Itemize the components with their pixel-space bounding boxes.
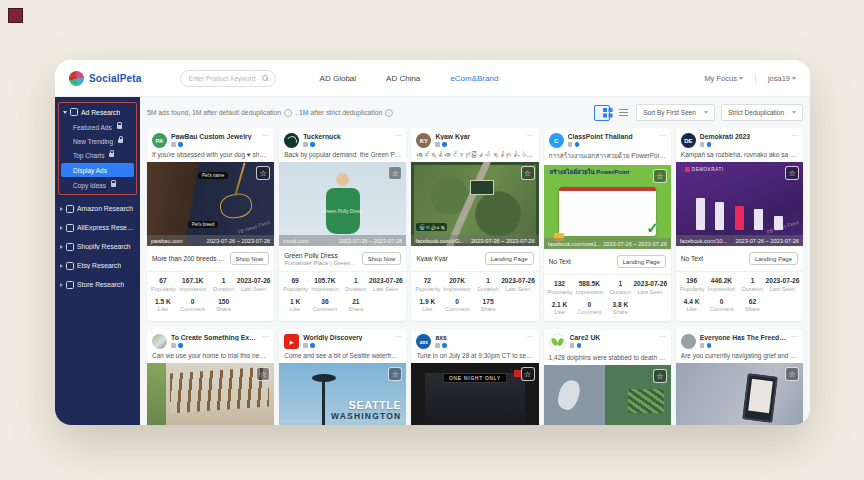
ad-card[interactable]: DE Demokrati 2023 Kampaň sa rozbieha, ro… [676, 128, 803, 321]
ad-card[interactable]: ▶ Worldly Discovery Come and see a bit o… [279, 329, 406, 425]
sidebar-item-shopify-research[interactable]: Shopify Research [55, 237, 140, 256]
favorite-star-icon[interactable] [521, 166, 535, 180]
ad-text: Back by popular demand: the Green Polly … [279, 150, 406, 162]
platform-icon [435, 142, 440, 147]
ad-card[interactable]: Care2 UK 1,428 dolphins were stabbed to … [544, 329, 671, 425]
cta-button[interactable]: Shop Now [230, 252, 270, 265]
ad-image[interactable] [147, 363, 274, 425]
sidebar-item-store-research[interactable]: Store Research [55, 275, 140, 294]
favorite-star-icon[interactable] [653, 169, 667, 183]
my-focus-menu[interactable]: My Focus [704, 74, 743, 83]
more-menu-icon[interactable] [659, 133, 666, 138]
ad-card[interactable]: Tuckernuck Back by popular demand: the G… [279, 128, 406, 321]
more-menu-icon[interactable] [394, 133, 401, 138]
nav-ad-china[interactable]: AD China [386, 74, 420, 83]
nav-ad-global[interactable]: AD Global [320, 74, 356, 83]
sidebar-item-aliexpress-research[interactable]: AliExpress Research [55, 218, 140, 237]
ad-image[interactable] [544, 365, 671, 425]
search-input[interactable] [187, 74, 258, 83]
stats-row-primary: 69Popularity 105.7KImpression 1Duration … [279, 272, 406, 295]
ad-text: If you're obsessed with your dog ♥ show … [147, 150, 274, 162]
more-menu-icon[interactable] [659, 334, 666, 339]
search-box[interactable] [180, 70, 276, 87]
ad-card[interactable]: KY Kyaw Kyar ရောင်းရန် တောင်ဒဂုံမြို့နယ်… [411, 128, 538, 321]
favorite-star-icon[interactable] [785, 367, 799, 381]
card-header: To Create Something Exceptio... [147, 329, 274, 351]
stat-label: Like [548, 309, 572, 315]
platform-icon [700, 343, 705, 348]
sidebar-item-copy-ideas[interactable]: Copy Ideas [60, 178, 135, 192]
grid-view-icon[interactable] [594, 105, 610, 121]
ad-image[interactable]: facebook.com/cws1... 2023-07-26 ~ 2023-0… [544, 165, 671, 249]
stat-label: Popularity [415, 286, 439, 292]
ad-card[interactable]: Everyone Has The Freedom To... Are you c… [676, 329, 803, 425]
info-icon[interactable] [284, 109, 292, 117]
list-view-icon[interactable] [616, 106, 630, 120]
image-meta-bar: pawbau.com 2023-07-26 ~ 2023-07-26 [147, 235, 274, 246]
ad-image[interactable]: ONE NIGHT ONLY [411, 363, 538, 425]
ad-image[interactable]: facebook.com/10... 2023-07-26 ~ 2023-07-… [676, 162, 803, 246]
more-menu-icon[interactable] [262, 334, 269, 339]
favorite-star-icon[interactable] [521, 367, 535, 381]
search-icon[interactable] [262, 75, 269, 82]
stat-label: Popularity [680, 286, 704, 292]
ad-card[interactable]: PA PawBau Custom Jewelry If you're obses… [147, 128, 274, 321]
nav-ecom-brand[interactable]: eCom&Brand [450, 74, 498, 83]
sidebar-item-amazon-research[interactable]: Amazon Research [55, 199, 140, 218]
sort-dropdown[interactable]: Sort By First Seen [636, 104, 715, 121]
sidebar: Ad Research Featured Ads New Trending To… [55, 97, 140, 425]
more-menu-icon[interactable] [394, 334, 401, 339]
stat-label: Share [343, 306, 369, 312]
more-menu-icon[interactable] [527, 334, 534, 339]
cta-button[interactable]: Landing Page [485, 252, 534, 265]
favorite-star-icon[interactable] [388, 367, 402, 381]
more-menu-icon[interactable] [791, 133, 798, 138]
more-menu-icon[interactable] [527, 133, 534, 138]
chevron-right-icon [60, 283, 63, 287]
more-menu-icon[interactable] [262, 133, 269, 138]
ad-card[interactable]: axs axs Tune in on July 28 at 9:30pm CT … [411, 329, 538, 425]
info-icon[interactable] [385, 109, 393, 117]
ad-image[interactable]: facebook.com/t/G... 2023-07-26 ~ 2023-07… [411, 162, 538, 246]
stat-label: Comment [439, 306, 475, 312]
user-menu[interactable]: josa19 [768, 74, 796, 83]
ad-image[interactable]: SEATTLEWASHINGTON [279, 363, 406, 425]
app-window: SocialPeta AD Global AD China eCom&Brand… [55, 60, 810, 425]
favorite-star-icon[interactable] [653, 369, 667, 383]
sidebar-item-display-ads[interactable]: Display Ads [61, 163, 134, 177]
ad-image[interactable] [676, 363, 803, 425]
card-header: PA PawBau Custom Jewelry [147, 128, 274, 150]
cta-button[interactable]: Landing Page [749, 252, 798, 265]
favorite-star-icon[interactable] [256, 166, 270, 180]
sidebar-item-new-trending[interactable]: New Trending [60, 134, 135, 148]
product-title: Kyaw Kyar [416, 255, 448, 262]
sidebar-item-featured-ads[interactable]: Featured Ads [60, 120, 135, 134]
ad-image[interactable]: tnuck.com 2023-07-26 ~ 2023-07-26 Green … [279, 162, 406, 246]
ad-card[interactable]: To Create Something Exceptio... Can we u… [147, 329, 274, 425]
product-row: No Text Landing Page [676, 246, 803, 272]
favorite-star-icon[interactable] [388, 166, 402, 180]
stats-row-primary: 67Popularity 167.1KImpression 1Duration … [147, 272, 274, 295]
sidebar-item-top-charts[interactable]: Top Charts [60, 148, 135, 162]
cta-button[interactable]: Shop Now [362, 252, 402, 265]
stat-label: Like [283, 306, 307, 312]
platform-icons [435, 142, 533, 147]
top-right: My Focus josa19 [704, 74, 796, 83]
summary-text: 5M ads found, 1M after default deduplica… [147, 109, 281, 116]
platform-icon-facebook [310, 343, 315, 348]
stat-value-duration: 1 [343, 277, 369, 284]
favorite-star-icon[interactable] [785, 166, 799, 180]
stat-label: Like [680, 306, 704, 312]
favorite-star-icon[interactable] [256, 367, 270, 381]
sidebar-item-ad-research[interactable]: Ad Research [60, 104, 135, 120]
more-menu-icon[interactable] [791, 334, 798, 339]
cta-button[interactable]: Landing Page [617, 255, 666, 268]
sidebar-item-etsy-research[interactable]: Etsy Research [55, 256, 140, 275]
advertiser-name: Worldly Discovery [303, 334, 391, 341]
summary-text: after strict deduplication [310, 109, 382, 116]
ad-card[interactable]: C ClassPoint Thailand การสร้างงานเอกสารส… [544, 128, 671, 321]
logo[interactable]: SocialPeta [69, 71, 142, 86]
advertiser-name: Tuckernuck [303, 133, 391, 140]
deduplication-dropdown[interactable]: Strict Deduplication [721, 104, 803, 121]
ad-image[interactable]: pawbau.com 2023-07-26 ~ 2023-07-26 Pet's… [147, 162, 274, 246]
